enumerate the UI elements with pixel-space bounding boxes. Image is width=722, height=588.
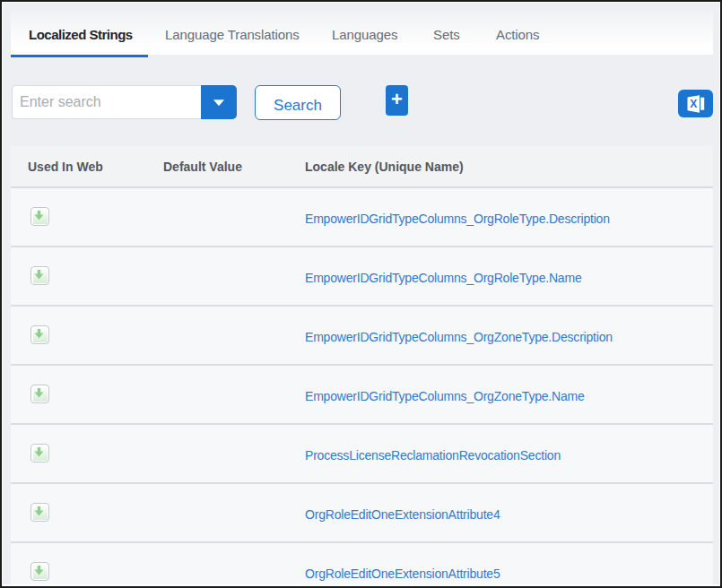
svg-text:X: X xyxy=(690,98,697,110)
